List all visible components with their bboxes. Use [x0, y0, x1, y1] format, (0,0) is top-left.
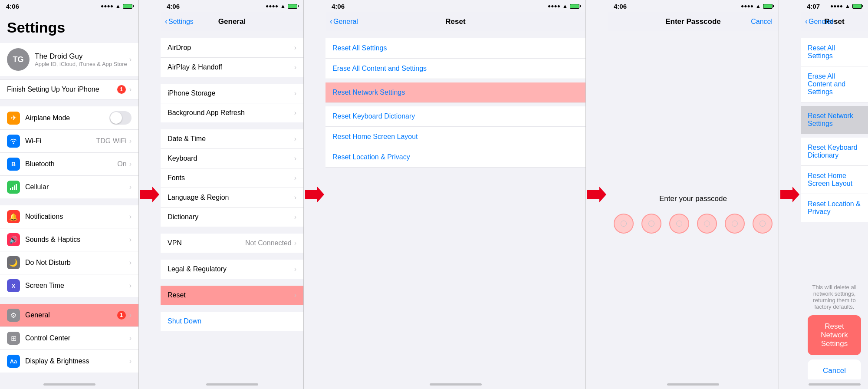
p5-erase-all[interactable]: Erase All Content and Settings: [801, 66, 868, 102]
notifications-item[interactable]: 🔔 Notifications ›: [0, 205, 138, 228]
p5-reset-location[interactable]: Reset Location & Privacy: [801, 194, 868, 222]
reset-network-item[interactable]: Reset Network Settings: [326, 82, 585, 103]
nav-back-reset-5[interactable]: ‹ General: [805, 17, 833, 26]
bluetooth-item[interactable]: B Bluetooth On ›: [0, 153, 138, 176]
language-item[interactable]: Language & Region ›: [161, 188, 303, 208]
reset-network-confirm-btn[interactable]: Reset Network Settings: [808, 315, 861, 355]
airplay-item[interactable]: AirPlay & Handoff ›: [161, 58, 303, 77]
nav-back-reset[interactable]: ‹ General: [330, 17, 358, 26]
airplane-mode-item[interactable]: ✈ Airplane Mode: [0, 106, 138, 130]
display-chevron: ›: [129, 357, 132, 365]
svg-marker-4: [140, 187, 159, 202]
general-group-3: Date & Time › Keyboard › Fonts › Languag…: [161, 129, 303, 227]
cellular-item[interactable]: Cellular ›: [0, 176, 138, 198]
reset-location-label: Reset Location & Privacy: [332, 153, 579, 161]
iphone-storage-item[interactable]: iPhone Storage ›: [161, 84, 303, 103]
passcode-dots: [614, 214, 773, 234]
controlcenter-label: Control Center: [25, 334, 129, 342]
sounds-label: Sounds & Haptics: [25, 236, 129, 244]
profile-row[interactable]: TG The Droid Guy Apple ID, iCloud, iTune…: [0, 43, 138, 76]
p5-reset-all[interactable]: Reset All Settings: [801, 38, 868, 66]
status-icons-1: ●●●● ▲: [101, 3, 132, 9]
general-label: General: [25, 311, 117, 319]
airdrop-item[interactable]: AirDrop ›: [161, 38, 303, 58]
nav-bar-passcode: Enter Passcode Cancel: [608, 12, 779, 31]
panel-reset-confirmed: 4:07 ●●●● ▲ ‹ General Reset Reset All Se…: [801, 0, 868, 389]
svg-marker-6: [587, 187, 606, 202]
settings-header: Settings: [0, 12, 138, 40]
sounds-icon-box: 🔊: [7, 233, 20, 246]
legal-item[interactable]: Legal & Regulatory ›: [161, 260, 303, 279]
p5-reset-keyboard[interactable]: Reset Keyboard Dictionary: [801, 138, 868, 166]
nav-back-general[interactable]: ‹ Settings: [165, 17, 194, 26]
fonts-item[interactable]: Fonts ›: [161, 168, 303, 188]
reset-all-settings[interactable]: Reset All Settings: [326, 38, 585, 59]
display-item[interactable]: Aa Display & Brightness ›: [0, 350, 138, 373]
erase-all-content[interactable]: Erase All Content and Settings: [326, 59, 585, 79]
dnd-chevron: ›: [129, 259, 132, 267]
dnd-item[interactable]: 🌙 Do Not Disturb ›: [0, 251, 138, 274]
p5-reset-homescreen[interactable]: Reset Home Screen Layout: [801, 166, 868, 194]
status-icons-2: ●●●● ▲: [266, 3, 297, 9]
reset-group-2: Reset Network Settings: [326, 82, 585, 103]
banner-label: Finish Setting Up Your iPhone: [7, 86, 99, 93]
home-indicator-1: [0, 379, 138, 389]
profile-info: The Droid Guy Apple ID, iCloud, iTunes &…: [35, 52, 129, 67]
profile-chevron: ›: [129, 56, 132, 63]
wifi-chevron: ›: [129, 137, 132, 145]
nav-cancel-passcode[interactable]: Cancel: [751, 18, 773, 26]
dnd-label: Do Not Disturb: [25, 259, 129, 267]
reset-item[interactable]: Reset ›: [161, 286, 303, 305]
wifi-5: ▲: [845, 3, 850, 9]
airplane-toggle[interactable]: [109, 111, 132, 125]
nav-title-general: General: [218, 17, 246, 26]
section-connectivity: ✈ Airplane Mode Wi-Fi TDG WiFi › B Bluet…: [0, 106, 138, 198]
wifi-item[interactable]: Wi-Fi TDG WiFi ›: [0, 130, 138, 153]
general-group-2: iPhone Storage › Background App Refresh …: [161, 84, 303, 122]
reset-chevron: ›: [294, 291, 296, 299]
avatar: TG: [7, 48, 30, 71]
wifi-4: ▲: [756, 3, 761, 9]
p5-erase-all-label: Erase All Content and Settings: [808, 73, 861, 96]
battery-2: [288, 4, 297, 9]
reset-homescreen-item[interactable]: Reset Home Screen Layout: [326, 127, 585, 147]
passcode-dot-6: [753, 214, 773, 234]
home-bar-5: [809, 383, 861, 386]
sounds-chevron: ›: [129, 236, 132, 244]
dictionary-item[interactable]: Dictionary ›: [161, 208, 303, 227]
reset-group-3: Reset Keyboard Dictionary Reset Home Scr…: [326, 106, 585, 168]
home-indicator-2: [161, 379, 303, 389]
shutdown-item[interactable]: Shut Down: [161, 312, 303, 331]
keyboard-item[interactable]: Keyboard ›: [161, 149, 303, 168]
home-bar-1: [43, 383, 95, 386]
reset-keyboard-item[interactable]: Reset Keyboard Dictionary: [326, 106, 585, 127]
legal-label: Legal & Regulatory: [168, 265, 294, 273]
back-label-reset-5: General: [809, 18, 833, 26]
p5-reset-network[interactable]: Reset Network Settings: [801, 106, 868, 134]
screentime-item[interactable]: X Screen Time ›: [0, 274, 138, 297]
cancel-confirm-btn[interactable]: Cancel: [808, 359, 861, 382]
status-bar-4: 4:06 ●●●● ▲: [608, 0, 779, 12]
panel-general: 4:06 ●●●● ▲ ‹ Settings General AirDrop ›…: [161, 0, 304, 389]
general-chevron: ›: [129, 311, 132, 319]
airdrop-label: AirDrop: [168, 44, 294, 52]
general-item[interactable]: ⚙ General 1 ›: [0, 304, 138, 327]
airplay-label: AirPlay & Handoff: [168, 63, 294, 71]
bg-refresh-chevron: ›: [294, 109, 296, 117]
home-bar-3: [430, 383, 482, 386]
reset-location-item[interactable]: Reset Location & Privacy: [326, 147, 585, 168]
p5-reset-network-label: Reset Network Settings: [808, 112, 861, 128]
setup-banner[interactable]: Finish Setting Up Your iPhone 1 ›: [0, 79, 138, 99]
general-group-1: AirDrop › AirPlay & Handoff ›: [161, 38, 303, 77]
date-time-item[interactable]: Date & Time ›: [161, 129, 303, 149]
sounds-item[interactable]: 🔊 Sounds & Haptics ›: [0, 228, 138, 251]
controlcenter-item[interactable]: ⊞ Control Center ›: [0, 327, 138, 350]
status-icons-3: ●●●● ▲: [548, 3, 579, 9]
bg-refresh-item[interactable]: Background App Refresh ›: [161, 103, 303, 122]
passcode-screen: Enter your passcode: [608, 31, 779, 379]
reset-label: Reset: [168, 291, 294, 299]
cancel-label-passcode: Cancel: [751, 18, 773, 25]
vpn-item[interactable]: VPN Not Connected ›: [161, 234, 303, 253]
bluetooth-value: On: [117, 160, 126, 168]
p5-reset-keyboard-label: Reset Keyboard Dictionary: [808, 144, 861, 159]
